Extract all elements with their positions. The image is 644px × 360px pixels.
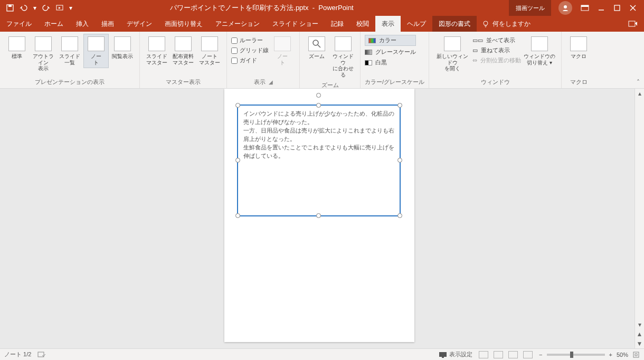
new-window-button[interactable]: 新しいウィンドウ を開く [433, 34, 471, 74]
svg-rect-1 [8, 5, 12, 7]
tab-transitions[interactable]: 画面切り替え [158, 16, 209, 32]
tab-design[interactable]: デザイン [120, 16, 158, 32]
qat-more-icon[interactable]: ▾ [69, 3, 73, 13]
zoom-percent[interactable]: 50% [617, 352, 628, 358]
group-label-color: カラー/グレースケール [365, 77, 424, 88]
svg-rect-17 [439, 352, 447, 357]
notes-master-button[interactable]: ノート マスター [197, 34, 222, 68]
tab-view[interactable]: 表示 [375, 16, 401, 32]
group-master-views: スライド マスター 配布資料 マスター ノート マスター マスター表示 [140, 32, 227, 88]
grayscale-button[interactable]: グレースケール [365, 48, 416, 56]
view-normal-icon[interactable] [479, 351, 488, 358]
ruler-checkbox[interactable]: ルーラー [231, 36, 269, 45]
view-reading-button[interactable]: 閲覧表示 [110, 34, 135, 62]
contextual-tab-title: 描画ツール [509, 0, 551, 16]
tab-draw[interactable]: 描画 [95, 16, 120, 32]
fit-to-window-button[interactable]: ウィンドウ に合わせる [330, 34, 356, 80]
page-indicator[interactable]: ノート 1/2 [4, 350, 31, 358]
arrange-all-button[interactable]: ▭▭並べて表示 [472, 36, 521, 45]
display-settings-button[interactable]: 表示設定 [439, 350, 472, 358]
view-slideshow-icon[interactable] [523, 351, 533, 358]
prev-slide-icon[interactable]: ▲ [635, 329, 644, 339]
zoom-button[interactable]: ズーム [304, 34, 329, 62]
resize-handle-se[interactable] [397, 213, 402, 218]
gridlines-checkbox[interactable]: グリッド線 [231, 46, 269, 55]
group-color-grayscale: カラー グレースケール 白黒 カラー/グレースケール [361, 32, 429, 88]
editing-canvas[interactable]: インバウンドによる売り上げが少なかったため、化粧品の売り上げが伸びなかった。 一… [0, 89, 634, 348]
status-bar: ノート 1/2 表示設定 − + 50% [0, 348, 644, 360]
minimize-icon[interactable] [598, 4, 605, 12]
move-split-button: ⇔分割位置の移動 [472, 56, 521, 65]
scroll-down-icon[interactable]: ▾ [635, 320, 644, 329]
tab-review[interactable]: 校閲 [350, 16, 375, 32]
tab-help[interactable]: ヘルプ [401, 16, 432, 32]
cascade-button[interactable]: ▭重ねて表示 [472, 46, 521, 55]
handout-master-button[interactable]: 配布資料 マスター [171, 34, 196, 68]
zoom-slider[interactable] [547, 354, 605, 356]
window-title: パワーポイントでノートを印刷する方法.pptx - PowerPoint [78, 3, 446, 13]
switch-windows-button[interactable]: ウィンドウの 切り替え ▾ [522, 34, 557, 68]
view-reading-icon[interactable] [508, 351, 518, 358]
resize-handle-nw[interactable] [235, 103, 240, 108]
undo-dropdown-icon[interactable]: ▾ [33, 3, 37, 13]
zoom-out-button[interactable]: − [539, 352, 542, 358]
start-from-beginning-icon[interactable] [55, 3, 64, 13]
tab-animations[interactable]: アニメーション [209, 16, 266, 32]
maximize-icon[interactable] [613, 4, 621, 12]
view-normal-button[interactable]: 標準 [4, 34, 30, 62]
close-icon[interactable] [629, 4, 637, 12]
undo-icon[interactable] [19, 3, 29, 13]
vertical-scrollbar[interactable]: ▴ ▾ ▲ ▼ [634, 89, 644, 348]
resize-handle-sw[interactable] [235, 213, 240, 218]
zoom-slider-thumb[interactable] [570, 352, 573, 358]
slide-master-button[interactable]: スライド マスター [144, 34, 169, 68]
resize-handle-s[interactable] [316, 213, 321, 218]
account-avatar-icon[interactable] [558, 1, 572, 15]
share-icon[interactable] [628, 16, 644, 32]
resize-handle-n[interactable] [316, 103, 321, 108]
view-notes-page-button[interactable]: ノー ト [83, 34, 109, 68]
collapse-ribbon-icon[interactable]: ˄ [637, 79, 640, 86]
tab-slideshow[interactable]: スライド ショー [266, 16, 325, 32]
arrange-icon: ▭▭ [472, 37, 483, 44]
tab-file[interactable]: ファイル [0, 16, 38, 32]
tab-insert[interactable]: 挿入 [70, 16, 95, 32]
notes-text[interactable]: インバウンドによる売り上げが少なかったため、化粧品の売り上げが伸びなかった。 一… [238, 106, 400, 165]
resize-handle-ne[interactable] [397, 103, 402, 108]
guides-checkbox[interactable]: ガイド [231, 56, 269, 65]
view-sorter-icon[interactable] [494, 351, 503, 358]
show-dialog-launcher-icon[interactable]: ◢ [269, 79, 273, 85]
tab-shape-format[interactable]: 図形の書式 [432, 16, 477, 32]
color-button[interactable]: カラー [365, 35, 416, 46]
view-sorter-button[interactable]: スライド 一覧 [57, 34, 82, 68]
ribbon-display-options-icon[interactable] [581, 5, 589, 11]
tell-me[interactable]: 何をしますか [482, 16, 531, 32]
group-label-presentation-views: プレゼンテーションの表示 [4, 77, 135, 88]
quick-access-toolbar: ▾ ▾ [0, 3, 78, 13]
title-filename: パワーポイントでノートを印刷する方法.pptx [170, 4, 308, 12]
svg-line-15 [318, 45, 320, 48]
svg-rect-13 [629, 21, 635, 26]
macros-button[interactable]: マクロ [566, 34, 591, 62]
fit-window-icon[interactable] [632, 351, 640, 358]
svg-rect-5 [581, 5, 589, 7]
zoom-in-button[interactable]: + [609, 352, 612, 358]
view-outline-button[interactable]: アウトライン 表示 [31, 34, 56, 74]
tab-home[interactable]: ホーム [38, 16, 70, 32]
scroll-up-icon[interactable]: ▴ [635, 89, 644, 98]
resize-handle-w[interactable] [235, 158, 240, 163]
black-white-button[interactable]: 白黒 [365, 58, 416, 67]
autosave-icon[interactable] [5, 3, 15, 13]
tab-record[interactable]: 記録 [325, 16, 350, 32]
rotate-handle[interactable] [316, 93, 321, 98]
title-app: PowerPoint [318, 4, 353, 12]
spellcheck-icon[interactable] [37, 351, 46, 358]
notes-textbox[interactable]: インバウンドによる売り上げが少なかったため、化粧品の売り上げが伸びなかった。 一… [237, 105, 401, 216]
resize-handle-e[interactable] [397, 158, 402, 163]
group-zoom: ズーム ウィンドウ に合わせる ズーム [300, 32, 361, 88]
redo-icon[interactable] [41, 3, 51, 13]
next-slide-icon[interactable]: ▼ [635, 339, 644, 348]
zoom-controls: − + 50% [539, 351, 640, 358]
ribbon: 標準 アウトライン 表示 スライド 一覧 ノー ト 閲覧表示 プレゼンテーション… [0, 32, 644, 89]
rotate-handle-icon[interactable] [315, 89, 324, 90]
